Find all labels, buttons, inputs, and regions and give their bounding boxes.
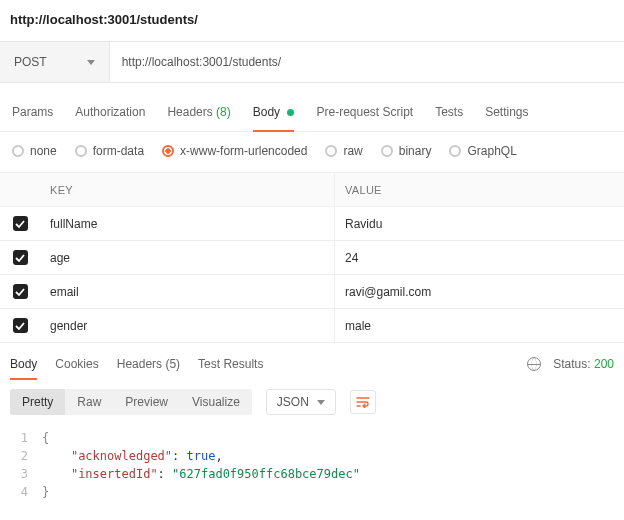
- view-visualize[interactable]: Visualize: [180, 389, 252, 415]
- table-row: gender male: [0, 309, 624, 343]
- radio-icon: [325, 145, 337, 157]
- request-title: http://localhost:3001/students/: [0, 0, 624, 41]
- tab-body-label: Body: [253, 105, 280, 119]
- radio-binary[interactable]: binary: [381, 144, 432, 158]
- method-label: POST: [14, 55, 47, 69]
- line-number: 3: [10, 465, 28, 483]
- code-punc: :: [158, 467, 172, 481]
- key-cell[interactable]: fullName: [40, 207, 335, 240]
- chevron-down-icon: [317, 400, 325, 405]
- kv-table: KEY VALUE fullName Ravidu age 24 email r…: [0, 172, 624, 343]
- radio-graphql-label: GraphQL: [467, 144, 516, 158]
- resp-tab-headers[interactable]: Headers (5): [117, 357, 180, 371]
- radio-binary-label: binary: [399, 144, 432, 158]
- kv-header-key: KEY: [40, 173, 335, 206]
- radio-raw-label: raw: [343, 144, 362, 158]
- kv-header-checkbox: [0, 173, 40, 206]
- method-dropdown[interactable]: POST: [0, 42, 110, 82]
- key-cell[interactable]: age: [40, 241, 335, 274]
- tab-body[interactable]: Body: [253, 105, 295, 119]
- status-label: Status: 200: [553, 357, 614, 371]
- resp-tab-headers-label: Headers: [117, 357, 162, 371]
- kv-header-value: VALUE: [335, 173, 624, 206]
- request-tabs: Params Authorization Headers (8) Body Pr…: [0, 83, 624, 132]
- line-number: 4: [10, 483, 28, 501]
- code-indent: [42, 467, 71, 481]
- code-key: "insertedId": [71, 467, 158, 481]
- wrap-icon: [356, 396, 370, 408]
- view-pretty[interactable]: Pretty: [10, 389, 65, 415]
- dot-indicator-icon: [287, 109, 294, 116]
- view-preview[interactable]: Preview: [113, 389, 180, 415]
- row-checkbox[interactable]: [13, 284, 28, 299]
- code-brace: {: [42, 431, 49, 445]
- tab-headers[interactable]: Headers (8): [167, 105, 230, 119]
- radio-icon: [449, 145, 461, 157]
- radio-urlencoded[interactable]: x-www-form-urlencoded: [162, 144, 307, 158]
- response-tab-bar: Body Cookies Headers (5) Test Results St…: [0, 343, 624, 379]
- tab-params[interactable]: Params: [12, 105, 53, 119]
- code-indent: [42, 449, 71, 463]
- code-punc: ,: [215, 449, 222, 463]
- kv-header-row: KEY VALUE: [0, 173, 624, 207]
- resp-tab-headers-count: (5): [165, 357, 180, 371]
- radio-none-label: none: [30, 144, 57, 158]
- table-row: email ravi@gamil.com: [0, 275, 624, 309]
- code-punc: :: [172, 449, 186, 463]
- row-checkbox[interactable]: [13, 318, 28, 333]
- value-cell[interactable]: male: [335, 309, 624, 342]
- code-bool: true: [187, 449, 216, 463]
- resp-tab-body[interactable]: Body: [10, 357, 37, 371]
- table-row: age 24: [0, 241, 624, 275]
- row-checkbox[interactable]: [13, 250, 28, 265]
- status-value: 200: [594, 357, 614, 371]
- response-view-bar: Pretty Raw Preview Visualize JSON: [0, 379, 624, 425]
- wrap-lines-button[interactable]: [350, 390, 376, 414]
- view-raw[interactable]: Raw: [65, 389, 113, 415]
- radio-none[interactable]: none: [12, 144, 57, 158]
- table-row: fullName Ravidu: [0, 207, 624, 241]
- tab-settings[interactable]: Settings: [485, 105, 528, 119]
- radio-icon: [75, 145, 87, 157]
- key-cell[interactable]: gender: [40, 309, 335, 342]
- radio-raw[interactable]: raw: [325, 144, 362, 158]
- value-cell[interactable]: 24: [335, 241, 624, 274]
- code-key: "acknowledged": [71, 449, 172, 463]
- tab-authorization[interactable]: Authorization: [75, 105, 145, 119]
- code-brace: }: [42, 485, 49, 499]
- view-mode-segment: Pretty Raw Preview Visualize: [10, 389, 252, 415]
- value-cell[interactable]: Ravidu: [335, 207, 624, 240]
- radio-urlencoded-label: x-www-form-urlencoded: [180, 144, 307, 158]
- radio-icon: [381, 145, 393, 157]
- tab-headers-label: Headers: [167, 105, 212, 119]
- tab-headers-count: (8): [216, 105, 231, 119]
- line-number: 1: [10, 429, 28, 447]
- lang-label: JSON: [277, 395, 309, 409]
- url-text: http://localhost:3001/students/: [122, 55, 281, 69]
- url-input[interactable]: http://localhost:3001/students/: [110, 42, 624, 82]
- status-label-text: Status:: [553, 357, 590, 371]
- resp-tab-testresults[interactable]: Test Results: [198, 357, 263, 371]
- radio-graphql[interactable]: GraphQL: [449, 144, 516, 158]
- radio-formdata[interactable]: form-data: [75, 144, 144, 158]
- body-type-radios: none form-data x-www-form-urlencoded raw…: [0, 132, 624, 172]
- response-body[interactable]: 1{ 2 "acknowledged": true, 3 "insertedId…: [0, 425, 624, 515]
- radio-selected-icon: [162, 145, 174, 157]
- request-bar: POST http://localhost:3001/students/: [0, 41, 624, 83]
- lang-dropdown[interactable]: JSON: [266, 389, 336, 415]
- line-number: 2: [10, 447, 28, 465]
- radio-formdata-label: form-data: [93, 144, 144, 158]
- value-cell[interactable]: ravi@gamil.com: [335, 275, 624, 308]
- resp-tab-cookies[interactable]: Cookies: [55, 357, 98, 371]
- globe-icon[interactable]: [527, 357, 541, 371]
- key-cell[interactable]: email: [40, 275, 335, 308]
- radio-icon: [12, 145, 24, 157]
- row-checkbox[interactable]: [13, 216, 28, 231]
- code-string: "627fad0f950ffc68bce79dec": [172, 467, 360, 481]
- tab-prerequest[interactable]: Pre-request Script: [316, 105, 413, 119]
- chevron-down-icon: [87, 60, 95, 65]
- tab-tests[interactable]: Tests: [435, 105, 463, 119]
